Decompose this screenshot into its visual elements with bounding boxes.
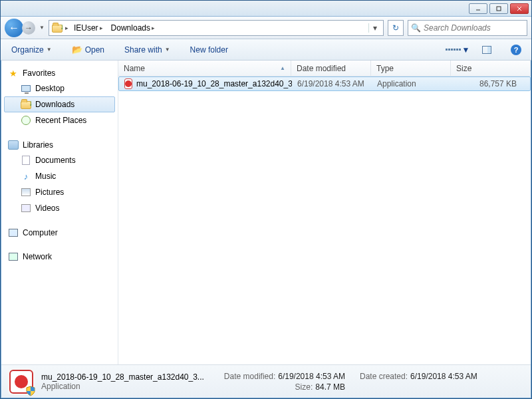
history-dropdown[interactable]: ▼ xyxy=(39,25,45,31)
open-button[interactable]: 📂 Open xyxy=(68,42,108,58)
nav-item-pictures[interactable]: Pictures xyxy=(4,184,115,200)
view-options-button[interactable]: ▼ xyxy=(449,43,466,57)
nav-favorites-header[interactable]: ★ Favorites xyxy=(4,66,115,80)
minimize-button[interactable] xyxy=(469,3,487,14)
nav-libraries-group: Libraries Documents ♪ Music Pictures Vid… xyxy=(4,138,115,216)
back-button[interactable]: ← xyxy=(5,19,23,37)
details-filename: mu_2018-06-19_10_28_master_a132d40_3... xyxy=(41,372,204,382)
music-icon: ♪ xyxy=(21,171,31,182)
file-rows: mu_2018-06-19_10_28_master_a132d40_3... … xyxy=(118,76,531,365)
share-with-button[interactable]: Share with ▼ xyxy=(120,43,174,57)
help-icon: ? xyxy=(511,45,521,55)
column-size[interactable]: Size xyxy=(451,61,531,76)
breadcrumb-ieuser[interactable]: IEUser ▸ xyxy=(71,22,106,34)
nav-network-group: Network xyxy=(4,249,115,264)
application-icon xyxy=(124,78,132,89)
nav-item-desktop[interactable]: Desktop xyxy=(4,80,115,96)
explorer-window: ← → ▼ ↓ ▸ IEUser ▸ Downloads ▸ ▾ ↻ 🔍 Org… xyxy=(0,0,532,399)
recent-icon xyxy=(21,115,31,126)
nav-favorites-group: ★ Favorites Desktop ↓ Downloads Recent P… xyxy=(4,66,115,128)
folder-icon: ↓ xyxy=(52,23,63,33)
breadcrumb-label: IEUser xyxy=(74,23,98,33)
toolbar: Organize ▼ 📂 Open Share with ▼ New folde… xyxy=(1,39,531,61)
uac-shield-icon xyxy=(25,386,36,396)
column-label: Type xyxy=(376,64,394,73)
details-filetype: Application xyxy=(41,382,204,391)
nav-label: Videos xyxy=(35,203,59,213)
nav-label: Libraries xyxy=(23,140,53,150)
details-size: 84.7 MB xyxy=(315,382,345,392)
share-label: Share with xyxy=(124,45,162,55)
column-label: Size xyxy=(456,64,471,73)
open-label: Open xyxy=(85,45,104,55)
open-icon: 📂 xyxy=(72,45,82,55)
file-name-cell: mu_2018-06-19_10_28_master_a132d40_3... xyxy=(119,78,292,89)
navigation-pane: ★ Favorites Desktop ↓ Downloads Recent P… xyxy=(1,61,118,365)
nav-item-documents[interactable]: Documents xyxy=(4,152,115,168)
nav-item-network[interactable]: Network xyxy=(4,249,115,264)
details-icon xyxy=(8,368,35,395)
nav-label: Network xyxy=(23,252,52,261)
details-size-label: Size: xyxy=(295,382,313,392)
desktop-icon xyxy=(21,83,31,94)
column-label: Date modified xyxy=(297,64,346,73)
column-name[interactable]: Name ▲ xyxy=(118,61,291,76)
breadcrumb-downloads[interactable]: Downloads ▸ xyxy=(108,22,158,34)
refresh-button[interactable]: ↻ xyxy=(388,20,404,36)
maximize-button[interactable] xyxy=(489,3,508,14)
organize-button[interactable]: Organize ▼ xyxy=(7,43,56,57)
file-list-pane: Name ▲ Date modified Type Size mu_2018 xyxy=(118,61,531,365)
search-icon: 🔍 xyxy=(411,23,421,33)
details-modified-label: Date modified: xyxy=(224,372,275,381)
nav-item-music[interactable]: ♪ Music xyxy=(4,168,115,184)
content-area: ★ Favorites Desktop ↓ Downloads Recent P… xyxy=(1,61,531,365)
column-date-modified[interactable]: Date modified xyxy=(291,61,371,76)
file-size: 86,757 KB xyxy=(452,79,530,88)
organize-label: Organize xyxy=(11,45,44,55)
column-label: Name xyxy=(124,64,145,73)
file-date: 6/19/2018 4:53 AM xyxy=(292,79,372,88)
new-folder-button[interactable]: New folder xyxy=(186,43,232,57)
details-created: 6/19/2018 4:53 AM xyxy=(410,372,477,381)
chevron-right-icon: ▸ xyxy=(152,25,155,31)
nav-back-forward: ← → xyxy=(5,19,35,37)
file-row[interactable]: mu_2018-06-19_10_28_master_a132d40_3... … xyxy=(118,76,531,91)
chevron-down-icon: ▼ xyxy=(165,47,170,53)
forward-button[interactable]: → xyxy=(22,21,35,35)
details-pane: mu_2018-06-19_10_28_master_a132d40_3... … xyxy=(1,364,531,398)
preview-pane-button[interactable] xyxy=(478,43,495,57)
details-modified: 6/19/2018 4:53 AM xyxy=(278,372,345,381)
newfolder-label: New folder xyxy=(190,45,228,55)
computer-icon xyxy=(8,227,19,238)
nav-label: Desktop xyxy=(35,84,65,93)
sort-ascending-icon: ▲ xyxy=(280,65,285,71)
view-icon xyxy=(446,49,461,51)
svg-rect-1 xyxy=(497,7,501,11)
nav-libraries-header[interactable]: Libraries xyxy=(4,138,115,152)
pictures-icon xyxy=(21,187,31,198)
nav-item-videos[interactable]: Videos xyxy=(4,200,115,216)
help-button[interactable]: ? xyxy=(507,43,525,57)
nav-item-computer[interactable]: Computer xyxy=(4,225,115,240)
details-title-block: mu_2018-06-19_10_28_master_a132d40_3... … xyxy=(41,372,204,391)
address-bar[interactable]: ↓ ▸ IEUser ▸ Downloads ▸ ▾ xyxy=(49,20,384,36)
chevron-right-icon: ▸ xyxy=(65,25,68,31)
chevron-right-icon: ▸ xyxy=(100,25,103,31)
nav-item-recent-places[interactable]: Recent Places xyxy=(4,112,115,128)
address-dropdown[interactable]: ▾ xyxy=(368,23,380,33)
close-button[interactable] xyxy=(510,3,529,14)
nav-item-downloads[interactable]: ↓ Downloads xyxy=(4,96,115,112)
nav-computer-group: Computer xyxy=(4,225,115,240)
nav-label: Documents xyxy=(35,156,76,165)
column-type[interactable]: Type xyxy=(371,61,451,76)
search-input[interactable] xyxy=(424,23,524,33)
videos-icon xyxy=(21,203,31,213)
column-headers: Name ▲ Date modified Type Size xyxy=(118,61,531,76)
details-meta: Date modified:6/19/2018 4:53 AM Size:84.… xyxy=(224,372,477,392)
search-box[interactable]: 🔍 xyxy=(408,20,527,36)
nav-label: Computer xyxy=(23,228,58,237)
nav-label: Recent Places xyxy=(35,116,86,125)
documents-icon xyxy=(21,155,31,166)
nav-label: Pictures xyxy=(35,188,64,197)
nav-label: Favorites xyxy=(23,68,55,78)
